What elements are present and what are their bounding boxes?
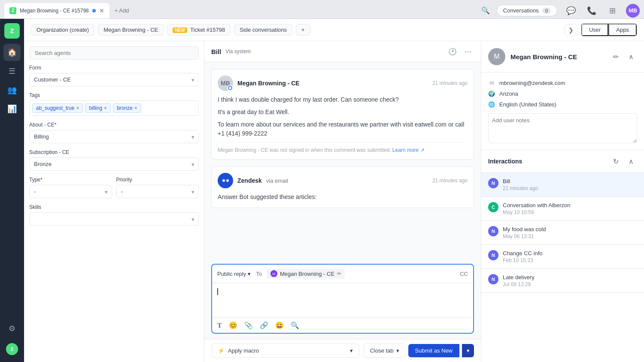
reply-type-button[interactable]: Public reply ▾ xyxy=(217,271,251,277)
skills-label: Skills xyxy=(29,204,199,210)
text-cursor xyxy=(217,288,218,295)
message-body: I think I was double charged for my last… xyxy=(218,95,468,138)
user-language: English (United States) xyxy=(499,101,556,108)
close-tab-chevron-icon: ▾ xyxy=(396,347,399,354)
ticket-button[interactable]: NEW Ticket #15798 xyxy=(167,24,231,36)
conversations-button[interactable]: Conversations 0 xyxy=(497,5,557,16)
interaction-time-bill: 21 minutes ago xyxy=(503,185,637,191)
submit-arrow-button[interactable]: ▾ xyxy=(462,344,474,357)
history-button[interactable]: 🕐 xyxy=(447,45,459,57)
form-label: Form xyxy=(29,65,199,71)
interaction-badge-bill: N xyxy=(488,178,498,188)
edit-recipient-icon[interactable]: ✏ xyxy=(337,271,341,277)
org-create-button[interactable]: Organization (create) xyxy=(31,24,94,36)
grid-icon-button[interactable]: ⊞ xyxy=(605,4,619,18)
add-tab-button[interactable]: + Add xyxy=(111,6,133,15)
message-time: 21 minutes ago xyxy=(432,80,468,86)
sidebar-item-list[interactable]: ☰ xyxy=(3,63,21,80)
toolbar-gif-button[interactable]: 😀 xyxy=(275,321,284,329)
tag-ab-suggest: ab_suggest_true × xyxy=(32,103,83,113)
interaction-title-bill: Bill xyxy=(503,178,637,184)
interaction-badge-alberzon: C xyxy=(488,202,498,212)
more-options-button[interactable]: ⋯ xyxy=(462,45,474,57)
toolbar-text-button[interactable]: 𝐓 xyxy=(217,322,222,329)
tab-user[interactable]: User xyxy=(581,24,608,36)
collapse-user-button[interactable]: ∧ xyxy=(625,51,637,63)
message-avatar: MB xyxy=(218,75,233,91)
tab-title: Megan Browning - CE #15798 xyxy=(20,8,89,14)
app-logo[interactable]: Z xyxy=(4,23,20,39)
phone-icon-button[interactable]: 📞 xyxy=(585,4,598,18)
zendesk-message-body: Answer Bot suggested these articles: xyxy=(218,193,468,202)
learn-more-link[interactable]: Learn more ↗ xyxy=(392,147,425,153)
user-notes-input[interactable] xyxy=(488,113,637,143)
form-select[interactable]: Customer - CE xyxy=(29,73,199,86)
expand-interactions-button[interactable]: ∧ xyxy=(625,155,637,167)
edit-user-button[interactable]: ✏ xyxy=(610,51,622,63)
interaction-item-cold[interactable]: N My food was cold May 06 13:31 xyxy=(481,221,644,245)
type-select[interactable]: - xyxy=(29,185,112,198)
macro-chevron-icon: ▾ xyxy=(350,347,353,354)
toolbar-search-button[interactable]: 🔍 xyxy=(291,321,299,329)
toolbar-link-button[interactable]: 🔗 xyxy=(260,321,268,329)
browser-tab[interactable]: Z Megan Browning - CE #15798 ✕ xyxy=(4,3,109,18)
tag-remove-bronze[interactable]: × xyxy=(134,105,137,111)
conversations-badge: 0 xyxy=(542,8,551,14)
side-conversations-button[interactable]: Side conversations xyxy=(234,24,292,36)
interaction-item-bill[interactable]: N Bill 21 minutes ago xyxy=(481,173,644,197)
tab-close-button[interactable]: ✕ xyxy=(99,7,104,14)
bottom-bar: ⚡ Apply macro ▾ Close tab ▾ Submit as Ne… xyxy=(204,339,481,362)
submit-button[interactable]: Submit as New xyxy=(408,344,459,357)
svg-point-0 xyxy=(229,87,231,89)
avatar-badge xyxy=(227,85,233,91)
search-agents-input[interactable] xyxy=(29,46,199,60)
user-name: Megan Browning - CE xyxy=(510,53,577,60)
reply-body-input[interactable] xyxy=(212,283,473,317)
browser-actions: 🔍 Conversations 0 💬 📞 ⊞ MB xyxy=(481,4,640,18)
interaction-item-cc[interactable]: N Change CC info Feb 10 15:23 xyxy=(481,245,644,269)
interaction-time-cc: Feb 10 15:23 xyxy=(503,257,637,263)
interaction-item-alberzon[interactable]: C Conversation with Alberzon May 10 10:5… xyxy=(481,197,644,221)
tab-favicon-icon: Z xyxy=(9,7,16,14)
reply-to-label: To xyxy=(256,271,262,277)
close-tab-button[interactable]: Close tab ▾ xyxy=(364,344,406,358)
apply-macro-button[interactable]: ⚡ Apply macro ▾ xyxy=(211,344,359,358)
cc-button[interactable]: CC xyxy=(460,271,468,277)
sidebar-item-home[interactable]: 🏠 xyxy=(3,44,21,61)
sidebar-item-avatar[interactable]: Z xyxy=(3,341,21,358)
reply-type-chevron: ▾ xyxy=(248,271,251,277)
tag-remove-ab[interactable]: × xyxy=(76,105,79,111)
skills-select[interactable] xyxy=(29,212,199,226)
reply-toolbar: 𝐓 😊 📎 🔗 😀 🔍 xyxy=(212,317,473,333)
recipient-name: Megan Browning - CE xyxy=(280,271,334,277)
priority-select[interactable]: - xyxy=(116,185,199,198)
form-section: Form Customer - CE xyxy=(29,65,199,86)
chat-icon-button[interactable]: 💬 xyxy=(564,4,578,18)
sidebar-item-reports[interactable]: 📊 xyxy=(3,100,21,118)
message-sender-name: Megan Browning - CE xyxy=(237,80,300,87)
tags-label: Tags xyxy=(29,92,199,98)
interaction-info-cc: Change CC info Feb 10 15:23 xyxy=(503,250,637,263)
add-nav-button[interactable]: + xyxy=(296,24,310,36)
subscription-select[interactable]: Bronze xyxy=(29,157,199,171)
sidebar-item-settings[interactable]: ⚙ xyxy=(3,320,21,337)
about-select[interactable]: Billing xyxy=(29,130,199,143)
tab-unsaved-indicator xyxy=(92,9,96,12)
user-info: ✉ mbrowning@zendesk.com 🌍 Arizona 🌐 Engl… xyxy=(481,72,644,150)
interactions-title: Interactions xyxy=(488,158,522,165)
user-avatar[interactable]: MB xyxy=(626,4,640,18)
conversation-sender: Bill xyxy=(211,48,221,55)
tab-apps[interactable]: Apps xyxy=(608,24,637,36)
toolbar-emoji-button[interactable]: 😊 xyxy=(229,321,237,329)
tag-remove-billing[interactable]: × xyxy=(104,105,107,111)
toolbar-attach-button[interactable]: 📎 xyxy=(244,321,253,329)
collapse-panel-button[interactable]: ❯ xyxy=(565,24,577,36)
user-language-item: 🌐 English (United States) xyxy=(488,99,637,110)
sidebar-item-users[interactable]: 👥 xyxy=(3,81,21,99)
refresh-interactions-button[interactable]: ↻ xyxy=(610,155,622,167)
contact-button[interactable]: Megan Browning - CE xyxy=(98,24,164,36)
recipient-icon: M xyxy=(270,270,277,277)
global-search-button[interactable]: 🔍 xyxy=(481,6,490,15)
interaction-info-delivery: Late delivery Jul 09 13:28 xyxy=(503,274,637,287)
interaction-item-delivery[interactable]: N Late delivery Jul 09 13:28 xyxy=(481,269,644,293)
